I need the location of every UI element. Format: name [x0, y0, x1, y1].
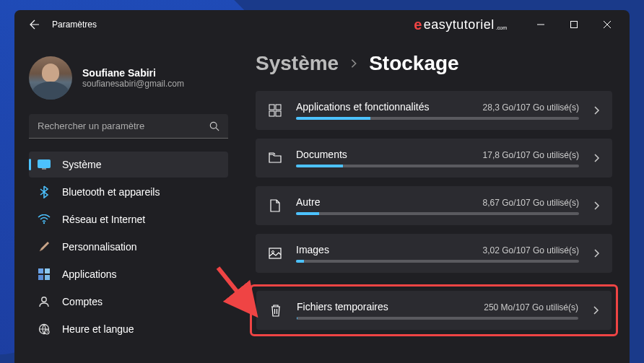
- nav-item-globe[interactable]: Heure et langue: [29, 316, 228, 342]
- storage-usage: 8,67 Go/107 Go utilisé(s): [483, 198, 579, 208]
- storage-list: Applications et fonctionnalités 28,3 Go/…: [256, 91, 612, 336]
- svg-rect-5: [38, 268, 43, 274]
- nav-list: SystèmeBluetooth et appareilsRéseau et I…: [29, 152, 228, 342]
- svg-rect-12: [269, 105, 274, 110]
- svg-rect-2: [38, 160, 51, 168]
- chevron-right-icon: [592, 201, 601, 210]
- nav-item-label: Système: [62, 159, 101, 170]
- close-button[interactable]: [591, 13, 624, 36]
- maximize-icon: [570, 21, 578, 28]
- storage-bar: [297, 317, 578, 320]
- nav-item-wifi[interactable]: Réseau et Internet: [29, 206, 228, 232]
- display-icon: [38, 158, 51, 171]
- svg-rect-7: [38, 275, 43, 280]
- search-icon: [209, 121, 219, 131]
- storage-item[interactable]: Fichiers temporaires 250 Mo/107 Go utili…: [256, 291, 612, 330]
- bluetooth-icon: [38, 185, 51, 198]
- storage-item[interactable]: Documents 17,8 Go/107 Go utilisé(s): [256, 139, 612, 178]
- storage-item[interactable]: Images 3,02 Go/107 Go utilisé(s): [256, 234, 612, 273]
- chevron-right-icon: [592, 106, 601, 115]
- logo-suffix: .com: [496, 25, 507, 30]
- minimize-icon: [537, 21, 544, 28]
- storage-label: Documents: [296, 149, 347, 160]
- storage-bar: [296, 212, 579, 215]
- storage-item[interactable]: Applications et fonctionnalités 28,3 Go/…: [256, 91, 612, 130]
- folder-icon: [267, 152, 283, 164]
- nav-item-bluetooth[interactable]: Bluetooth et appareils: [29, 179, 228, 205]
- brush-icon: [38, 240, 51, 253]
- file-icon: [267, 199, 283, 212]
- breadcrumb: Système Stockage: [256, 52, 612, 75]
- back-button[interactable]: [20, 10, 49, 39]
- svg-point-1: [210, 122, 217, 128]
- storage-bar: [296, 117, 579, 120]
- minimize-button[interactable]: [524, 13, 557, 36]
- trash-icon: [268, 304, 284, 317]
- storage-usage: 3,02 Go/107 Go utilisé(s): [483, 245, 579, 255]
- image-icon: [267, 248, 283, 259]
- breadcrumb-parent[interactable]: Système: [256, 52, 339, 75]
- svg-rect-3: [42, 168, 46, 170]
- nav-item-label: Réseau et Internet: [62, 214, 145, 225]
- user-icon: [38, 295, 51, 308]
- apps-icon: [38, 268, 51, 281]
- maximize-button[interactable]: [557, 13, 591, 36]
- nav-item-display[interactable]: Système: [29, 152, 228, 178]
- nav-item-apps[interactable]: Applications: [29, 261, 228, 287]
- svg-point-4: [43, 222, 45, 224]
- watermark-logo: e easytutoriel .com: [414, 17, 507, 33]
- grid-icon: [267, 104, 283, 117]
- storage-usage: 250 Mo/107 Go utilisé(s): [484, 302, 578, 312]
- svg-point-17: [272, 251, 274, 253]
- storage-label: Fichiers temporaires: [297, 301, 388, 312]
- logo-prefix: e: [414, 17, 422, 33]
- main-panel: Système Stockage Applications et fonctio…: [238, 39, 630, 363]
- arrow-left-icon: [29, 19, 40, 30]
- svg-rect-15: [276, 111, 281, 116]
- nav-item-label: Applications: [62, 268, 117, 280]
- svg-rect-13: [276, 105, 281, 110]
- chevron-right-icon: [349, 58, 359, 69]
- svg-rect-0: [571, 22, 578, 28]
- storage-usage: 28,3 Go/107 Go utilisé(s): [483, 102, 579, 113]
- sidebar: Soufiane Sabiri soufianesabiri@gmail.com…: [14, 39, 238, 363]
- storage-label: Applications et fonctionnalités: [296, 101, 429, 113]
- breadcrumb-current: Stockage: [369, 52, 459, 75]
- window-title: Paramètres: [52, 19, 97, 30]
- search-input[interactable]: [38, 121, 209, 131]
- storage-bar: [296, 260, 579, 263]
- avatar: [29, 56, 72, 100]
- profile-block[interactable]: Soufiane Sabiri soufianesabiri@gmail.com: [29, 39, 228, 114]
- svg-point-9: [42, 297, 46, 302]
- chevron-right-icon: [592, 154, 601, 162]
- annotation-highlight: Fichiers temporaires 250 Mo/107 Go utili…: [250, 284, 618, 336]
- nav-item-label: Bluetooth et appareils: [62, 186, 160, 198]
- profile-name: Soufiane Sabiri: [82, 67, 184, 79]
- svg-rect-6: [45, 268, 50, 274]
- storage-bar: [296, 165, 579, 167]
- window-controls: [524, 13, 624, 36]
- storage-item[interactable]: Autre 8,67 Go/107 Go utilisé(s): [256, 186, 612, 225]
- svg-rect-14: [269, 111, 274, 116]
- logo-text: easytutoriel: [424, 17, 495, 32]
- search-box[interactable]: [29, 114, 228, 139]
- nav-item-brush[interactable]: Personnalisation: [29, 234, 228, 260]
- globe-icon: [38, 323, 51, 336]
- profile-email: soufianesabiri@gmail.com: [82, 79, 184, 89]
- storage-label: Autre: [296, 196, 320, 208]
- settings-window: Paramètres e easytutoriel .com Soufiane …: [14, 10, 630, 363]
- nav-item-label: Comptes: [62, 296, 103, 307]
- titlebar: Paramètres e easytutoriel .com: [14, 10, 630, 39]
- nav-item-label: Heure et langue: [62, 323, 134, 335]
- nav-item-label: Personnalisation: [62, 241, 137, 253]
- storage-label: Images: [296, 244, 329, 255]
- close-icon: [604, 21, 611, 28]
- storage-usage: 17,8 Go/107 Go utilisé(s): [483, 150, 579, 160]
- nav-item-user[interactable]: Comptes: [29, 289, 228, 315]
- chevron-right-icon: [591, 306, 600, 315]
- svg-rect-8: [45, 275, 50, 280]
- wifi-icon: [38, 213, 51, 226]
- chevron-right-icon: [592, 249, 601, 258]
